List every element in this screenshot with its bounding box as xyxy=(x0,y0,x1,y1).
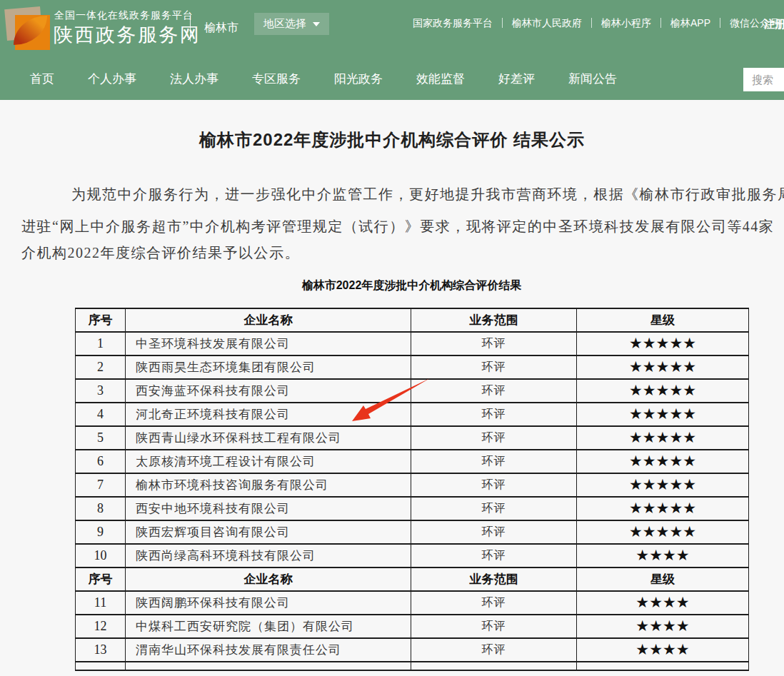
cell-scope: 环评 xyxy=(411,355,577,379)
cell-scope: 环评 xyxy=(411,497,577,520)
nav-item-efficiency-supervision[interactable]: 效能监督 xyxy=(416,71,465,87)
notice-paragraph-line: 介机构2022年度综合评价结果予以公示。 xyxy=(21,243,300,263)
table-header-row: 序号企业名称业务范围星级 xyxy=(76,567,749,591)
nav-item-rating[interactable]: 好差评 xyxy=(498,71,535,87)
cell-no: 1 xyxy=(76,332,126,355)
cell-name: 陕西尚绿高科环境科技有限公司 xyxy=(126,544,411,567)
cell-no: 2 xyxy=(76,355,126,379)
cell-scope: 环评 xyxy=(411,473,577,497)
top-link-yulin-gov[interactable]: 榆林市人民政府 xyxy=(503,18,592,28)
cell-scope: 环评 xyxy=(411,379,577,403)
cell-no: 3 xyxy=(76,379,126,403)
cell-no: 11 xyxy=(76,591,126,615)
cell-name: 陕西阔鹏环保科技有限公司 xyxy=(126,591,411,615)
search-box xyxy=(743,68,784,91)
cell-name: 陕西宏辉项目咨询有限公司 xyxy=(126,520,411,544)
cell-name: 中煤科工西安研究院（集团）有限公司 xyxy=(126,615,411,638)
nav-item-sunshine-gov[interactable]: 阳光政务 xyxy=(334,71,383,87)
cell-no: 7 xyxy=(76,473,126,497)
cell-stars: ★★★★★ xyxy=(577,355,749,379)
top-link-yulin-miniprogram[interactable]: 榆林小程序 xyxy=(592,18,661,28)
column-header-1: 企业名称 xyxy=(126,567,411,591)
cell-no: 12 xyxy=(76,615,126,638)
table-row: 12中煤科工西安研究院（集团）有限公司环评★★★★ xyxy=(76,615,749,638)
cell-stars xyxy=(577,662,749,670)
cell-name: 河北奇正环境科技有限公司 xyxy=(126,403,411,426)
current-city-label: 榆林市 xyxy=(204,21,238,36)
chevron-down-icon xyxy=(313,22,320,26)
cell-stars: ★★★★ xyxy=(577,591,749,615)
cell-stars: ★★★★★ xyxy=(577,497,749,520)
nav-item-home[interactable]: 首页 xyxy=(30,71,54,87)
cell-name: 太原核清环境工程设计有限公司 xyxy=(126,450,411,473)
table-row: 9陕西宏辉项目咨询有限公司环评★★★★★ xyxy=(76,520,749,544)
cell-stars: ★★★★★ xyxy=(577,426,749,450)
region-selector-button[interactable]: 地区选择 xyxy=(254,13,329,35)
notice-paragraph-line: 进驻“网上中介服务超市”中介机构考评管理规定（试行）》要求，现将评定的中圣环境科… xyxy=(21,217,774,236)
table-row: 4河北奇正环境科技有限公司环评★★★★★ xyxy=(76,403,749,426)
page: 全国一体化在线政务服务平台 陕西政务服务网 榆林市 地区选择 国家政务服务平台 … xyxy=(0,0,784,676)
cell-no: 9 xyxy=(76,520,126,544)
cell-stars: ★★★★★ xyxy=(577,379,749,403)
column-header-0: 序号 xyxy=(76,308,126,332)
column-header-3: 星级 xyxy=(577,567,749,591)
evaluation-table: 序号企业名称业务范围星级1中圣环境科技发展有限公司环评★★★★★2陕西雨昊生态环… xyxy=(75,308,749,671)
table-row: 11陕西阔鹏环保科技有限公司环评★★★★ xyxy=(76,591,749,615)
cell-scope: 环评 xyxy=(411,403,577,426)
cell-no xyxy=(76,662,126,670)
table-row: 3西安海蓝环保科技有限公司环评★★★★★ xyxy=(76,379,749,403)
header-divider xyxy=(190,15,191,41)
cell-name: 西安中地环境科技有限公司 xyxy=(126,497,411,520)
cell-stars: ★★★★★ xyxy=(577,332,749,355)
main-nav: 首页 个人办事 法人办事 专区服务 阳光政务 效能监督 好差评 新闻公告 xyxy=(30,57,617,100)
site-header: 全国一体化在线政务服务平台 陕西政务服务网 榆林市 地区选择 国家政务服务平台 … xyxy=(0,0,784,100)
column-header-2: 业务范围 xyxy=(411,567,577,591)
cell-scope: 环评 xyxy=(411,615,577,638)
table-row: 13渭南华山环保科技发展有限责任公司环评★★★★ xyxy=(76,638,749,662)
top-link-national-platform[interactable]: 国家政务服务平台 xyxy=(413,18,503,28)
cell-stars: ★★★★ xyxy=(577,544,749,567)
table-row: 7榆林市环境科技咨询服务有限公司环评★★★★★ xyxy=(76,473,749,497)
table-row: 1中圣环境科技发展有限公司环评★★★★★ xyxy=(76,332,749,355)
cell-scope: 环评 xyxy=(411,520,577,544)
top-link-yulin-app[interactable]: 榆林APP xyxy=(661,18,720,28)
cell-scope xyxy=(411,662,577,670)
column-header-2: 业务范围 xyxy=(411,308,577,332)
cell-name xyxy=(126,662,411,670)
cell-name: 陕西雨昊生态环境集团有限公司 xyxy=(126,355,411,379)
cell-scope: 环评 xyxy=(411,544,577,567)
table-caption: 榆林市2022年度涉批中介机构综合评价结果 xyxy=(75,278,748,293)
nav-item-legal-person-services[interactable]: 法人办事 xyxy=(170,71,218,87)
column-header-1: 企业名称 xyxy=(126,308,411,332)
cell-no: 6 xyxy=(76,450,126,473)
site-logo[interactable] xyxy=(6,6,50,50)
cell-no: 13 xyxy=(76,638,126,662)
cell-scope: 环评 xyxy=(411,450,577,473)
cell-scope: 环评 xyxy=(411,426,577,450)
register-link[interactable]: 注册 xyxy=(764,18,784,31)
region-selector-label: 地区选择 xyxy=(263,17,306,31)
cell-no: 10 xyxy=(76,544,126,567)
nav-item-personal-services[interactable]: 个人办事 xyxy=(88,71,136,87)
cell-name: 榆林市环境科技咨询服务有限公司 xyxy=(126,473,411,497)
column-header-3: 星级 xyxy=(577,308,749,332)
notice-paragraph-line: 为规范中介服务行为，进一步强化中介监管工作，更好地提升我市营商环境，根据《榆林市… xyxy=(71,185,784,204)
table-row: 6太原核清环境工程设计有限公司环评★★★★★ xyxy=(76,450,749,473)
evaluation-table-body: 序号企业名称业务范围星级1中圣环境科技发展有限公司环评★★★★★2陕西雨昊生态环… xyxy=(76,308,749,670)
cell-stars: ★★★★★ xyxy=(577,403,749,426)
cell-scope: 环评 xyxy=(411,332,577,355)
site-name: 陕西政务服务网 xyxy=(54,22,201,48)
cell-no: 5 xyxy=(76,426,126,450)
search-input[interactable] xyxy=(743,68,784,91)
cell-stars: ★★★★★ xyxy=(577,473,749,497)
cell-name: 渭南华山环保科技发展有限责任公司 xyxy=(126,638,411,662)
table-row: 5陕西青山绿水环保科技工程有限公司环评★★★★★ xyxy=(76,426,749,450)
table-row: 10陕西尚绿高科环境科技有限公司环评★★★★ xyxy=(76,544,749,567)
cell-no: 4 xyxy=(76,403,126,426)
nav-item-news[interactable]: 新闻公告 xyxy=(568,71,617,87)
cell-scope: 环评 xyxy=(411,638,577,662)
nav-item-zone-services[interactable]: 专区服务 xyxy=(252,71,301,87)
cell-name: 中圣环境科技发展有限公司 xyxy=(126,332,411,355)
cell-no: 8 xyxy=(76,497,126,520)
top-links: 国家政务服务平台 榆林市人民政府 榆林小程序 榆林APP 微信公众号 xyxy=(413,18,784,28)
